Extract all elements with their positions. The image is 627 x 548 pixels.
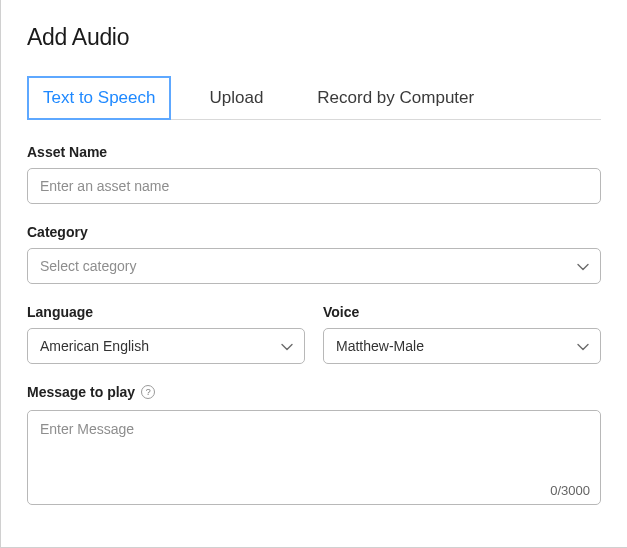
- category-label: Category: [27, 224, 601, 240]
- language-select-wrapper: American English: [27, 328, 305, 364]
- voice-select[interactable]: Matthew-Male: [323, 328, 601, 364]
- language-group: Language American English: [27, 304, 305, 364]
- help-icon[interactable]: ?: [141, 385, 155, 399]
- asset-name-label: Asset Name: [27, 144, 601, 160]
- category-group: Category Select category: [27, 224, 601, 284]
- message-label: Message to play: [27, 384, 135, 400]
- asset-name-group: Asset Name: [27, 144, 601, 204]
- category-select-wrapper: Select category: [27, 248, 601, 284]
- voice-label: Voice: [323, 304, 601, 320]
- char-counter: 0/3000: [28, 483, 600, 504]
- tabs: Text to Speech Upload Record by Computer: [27, 75, 601, 120]
- tab-text-to-speech[interactable]: Text to Speech: [27, 76, 171, 120]
- message-textarea[interactable]: [28, 411, 600, 479]
- category-select[interactable]: Select category: [27, 248, 601, 284]
- voice-select-wrapper: Matthew-Male: [323, 328, 601, 364]
- voice-group: Voice Matthew-Male: [323, 304, 601, 364]
- asset-name-input[interactable]: [27, 168, 601, 204]
- tab-upload[interactable]: Upload: [193, 76, 279, 120]
- message-group: Message to play ? 0/3000: [27, 384, 601, 505]
- add-audio-dialog: Add Audio Text to Speech Upload Record b…: [0, 0, 627, 548]
- language-label: Language: [27, 304, 305, 320]
- dialog-title: Add Audio: [27, 24, 601, 51]
- tab-record-by-computer[interactable]: Record by Computer: [301, 76, 490, 120]
- language-select[interactable]: American English: [27, 328, 305, 364]
- message-textarea-wrapper: 0/3000: [27, 410, 601, 505]
